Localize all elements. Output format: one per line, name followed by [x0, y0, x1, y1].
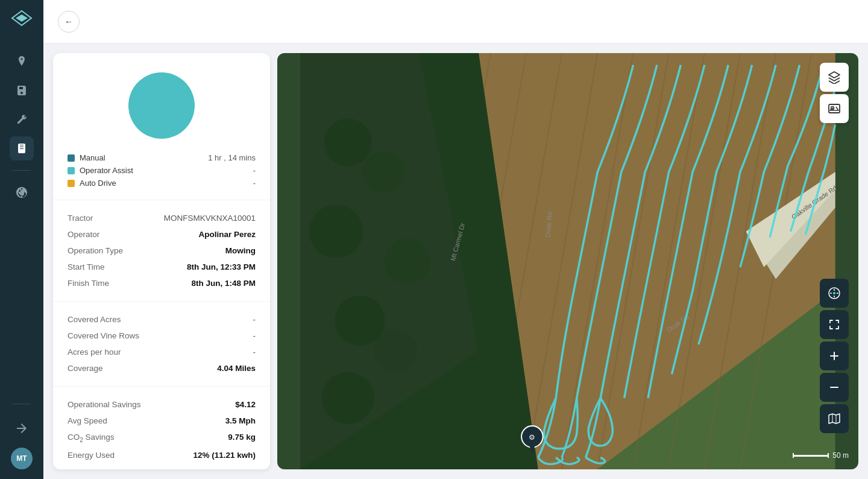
avg-speed-label: Avg Speed [68, 416, 107, 425]
start-time-row: Start Time 8th Jun, 12:33 PM [68, 259, 256, 275]
acres-per-hour-row: Acres per hour - [68, 344, 256, 360]
operation-row: Operation Type Mowing [68, 243, 256, 259]
scale-bar [793, 455, 829, 457]
zoom-in-button[interactable] [820, 341, 849, 370]
tractor-row: Tractor MONFSMKVKNXA10001 [68, 210, 256, 226]
savings-section: Operational Savings $4.12 Avg Speed 3.5 … [53, 387, 270, 469]
covered-vine-rows-row: Covered Vine Rows - [68, 328, 256, 344]
app-logo [11, 10, 33, 30]
svg-point-17 [385, 239, 430, 284]
covered-vine-rows-label: Covered Vine Rows [68, 331, 139, 340]
operation-label: Operation Type [68, 246, 123, 255]
covered-acres-label: Covered Acres [68, 315, 121, 324]
start-time-label: Start Time [68, 262, 105, 271]
covered-acres-value: - [253, 315, 256, 324]
scale-label: 50 m [832, 451, 849, 460]
manual-label: Manual [80, 153, 105, 162]
svg-point-19 [374, 329, 417, 372]
avg-speed-row: Avg Speed 3.5 Mph [68, 413, 256, 429]
main-content: ← Manual 1 hr , 14 mins [43, 0, 868, 479]
svg-point-33 [833, 292, 835, 294]
back-button[interactable]: ← [58, 11, 80, 33]
map-svg: Oakville Grade Rd Doak Rd Doak Rd Mt Car… [277, 53, 858, 469]
op-savings-row: Operational Savings $4.12 [68, 396, 256, 413]
sidebar-item-save[interactable] [10, 78, 34, 103]
sidebar-divider [13, 170, 31, 171]
covered-vine-rows-value: - [253, 331, 256, 340]
sidebar-item-map[interactable] [10, 49, 34, 74]
coverage-label: Coverage [68, 364, 103, 373]
co2-savings-label: CO2 Savings [68, 433, 115, 443]
sidebar-bottom: MT [10, 399, 34, 469]
panel-header: Manual 1 hr , 14 mins Operator Assist - [53, 53, 270, 200]
map-type-button[interactable] [820, 404, 849, 433]
svg-point-15 [363, 151, 404, 193]
svg-point-16 [309, 205, 363, 258]
sidebar-item-tools[interactable] [10, 107, 34, 132]
operator-detail-label: Operator [68, 230, 99, 239]
sidebar-item-logout[interactable] [10, 416, 34, 440]
map-controls-bottom [820, 279, 849, 433]
energy-used-value: 12% (11.21 kwh) [193, 451, 256, 460]
covered-acres-row: Covered Acres - [68, 311, 256, 328]
energy-used-row: Energy Used 12% (11.21 kwh) [68, 447, 256, 463]
svg-text:⚙: ⚙ [529, 433, 535, 442]
fullscreen-button[interactable] [820, 310, 849, 339]
manual-dot [68, 154, 75, 162]
sidebar-divider-2 [13, 404, 31, 404]
coverage-section: Covered Acres - Covered Vine Rows - Acre… [53, 302, 270, 387]
operator-label: Operator Assist [80, 166, 133, 175]
auto-dot [68, 180, 75, 187]
tractor-value: MONFSMKVKNXA10001 [164, 214, 256, 223]
op-savings-value: $4.12 [235, 400, 256, 409]
op-savings-label: Operational Savings [68, 400, 141, 409]
tractor-indicator [128, 72, 195, 139]
map-controls-top [820, 63, 849, 123]
tractor-label: Tractor [68, 214, 93, 223]
finish-time-label: Finish Time [68, 279, 109, 288]
energy-used-label: Energy Used [68, 451, 115, 460]
auto-label: Auto Drive [80, 179, 116, 188]
compass-button[interactable] [820, 279, 849, 308]
operation-value: Mowing [225, 246, 256, 255]
svg-point-14 [324, 118, 372, 166]
legend-auto: Auto Drive - [68, 179, 256, 188]
start-time-value: 8th Jun, 12:33 PM [187, 262, 256, 271]
acres-per-hour-value: - [253, 347, 256, 357]
auto-value: - [253, 179, 256, 188]
layers-button[interactable] [820, 63, 849, 92]
svg-point-20 [322, 372, 374, 424]
co2-savings-row: CO2 Savings 9.75 kg [68, 429, 256, 447]
operator-detail-value: Apolinar Perez [198, 230, 256, 239]
finish-time-value: 8th Jun, 1:48 PM [191, 279, 256, 288]
avatar[interactable]: MT [11, 448, 33, 469]
legend-operator: Operator Assist - [68, 166, 256, 175]
legend: Manual 1 hr , 14 mins Operator Assist - [68, 153, 256, 188]
operator-row: Operator Apolinar Perez [68, 226, 256, 243]
map-scale: 50 m [793, 451, 849, 460]
sidebar-item-report[interactable] [10, 136, 34, 160]
acres-per-hour-label: Acres per hour [68, 347, 121, 357]
info-panel: Manual 1 hr , 14 mins Operator Assist - [53, 53, 270, 469]
svg-point-18 [335, 296, 385, 346]
imagery-button[interactable] [820, 94, 849, 123]
map-area: Oakville Grade Rd Doak Rd Doak Rd Mt Car… [277, 53, 858, 469]
coverage-value: 4.04 Miles [217, 364, 256, 373]
coverage-row: Coverage 4.04 Miles [68, 360, 256, 376]
content-area: Manual 1 hr , 14 mins Operator Assist - [43, 43, 868, 479]
sidebar-item-location[interactable] [10, 180, 34, 205]
finish-time-row: Finish Time 8th Jun, 1:48 PM [68, 275, 256, 291]
avg-speed-value: 3.5 Mph [225, 416, 256, 425]
legend-manual: Manual 1 hr , 14 mins [68, 153, 256, 162]
zoom-out-button[interactable] [820, 373, 849, 402]
top-bar: ← [43, 0, 868, 43]
manual-value: 1 hr , 14 mins [208, 153, 256, 162]
sidebar: MT [0, 0, 43, 479]
details-section: Tractor MONFSMKVKNXA10001 Operator Apoli… [53, 200, 270, 302]
operator-value: - [253, 166, 256, 175]
co2-savings-value: 9.75 kg [228, 433, 256, 442]
operator-dot [68, 167, 75, 174]
